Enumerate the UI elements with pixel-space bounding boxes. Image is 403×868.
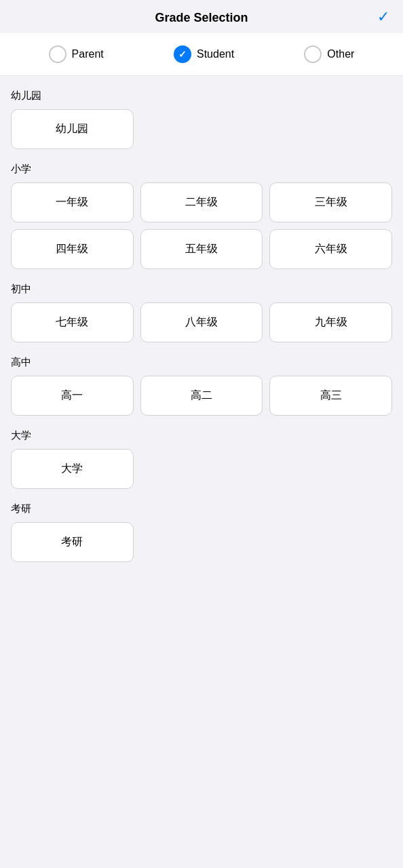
section-postgrad: 考研考研 — [11, 502, 392, 562]
grade-grid-kindergarten: 幼儿园 — [11, 109, 392, 149]
section-middle: 初中七年级八年级九年级 — [11, 283, 392, 342]
page-title: Grade Selection — [155, 11, 248, 25]
grade-button-高三[interactable]: 高三 — [269, 376, 392, 416]
section-high: 高中高一高二高三 — [11, 356, 392, 416]
section-title-high: 高中 — [11, 356, 392, 369]
section-kindergarten: 幼儿园幼儿园 — [11, 90, 392, 149]
grade-button-三年级[interactable]: 三年级 — [269, 182, 392, 222]
grade-button-一年级[interactable]: 一年级 — [11, 182, 134, 222]
grade-grid-middle: 七年级八年级九年级 — [11, 302, 392, 342]
role-parent-label: Parent — [72, 48, 104, 60]
grade-button-四年级[interactable]: 四年级 — [11, 229, 134, 269]
section-university: 大学大学 — [11, 429, 392, 489]
bottom-area — [0, 589, 403, 793]
grade-button-七年级[interactable]: 七年级 — [11, 302, 134, 342]
role-student[interactable]: Student — [174, 45, 234, 63]
section-primary: 小学一年级二年级三年级四年级五年级六年级 — [11, 163, 392, 269]
grade-button-五年级[interactable]: 五年级 — [140, 229, 263, 269]
radio-other[interactable] — [304, 45, 322, 63]
role-selector: Parent Student Other — [0, 33, 403, 76]
header: Grade Selection ✓ — [0, 0, 403, 33]
role-parent[interactable]: Parent — [49, 45, 104, 63]
confirm-button[interactable]: ✓ — [377, 8, 389, 26]
role-other-label: Other — [327, 48, 354, 60]
section-title-kindergarten: 幼儿园 — [11, 90, 392, 102]
grade-button-幼儿园[interactable]: 幼儿园 — [11, 109, 134, 149]
grade-button-六年级[interactable]: 六年级 — [269, 229, 392, 269]
role-other[interactable]: Other — [304, 45, 354, 63]
radio-student[interactable] — [174, 45, 191, 63]
section-title-university: 大学 — [11, 429, 392, 442]
content-area: 幼儿园幼儿园小学一年级二年级三年级四年级五年级六年级初中七年级八年级九年级高中高… — [0, 76, 403, 589]
section-title-postgrad: 考研 — [11, 502, 392, 515]
grade-grid-primary: 一年级二年级三年级四年级五年级六年级 — [11, 182, 392, 269]
grade-button-高一[interactable]: 高一 — [11, 376, 134, 416]
role-student-label: Student — [197, 48, 234, 60]
grade-button-大学[interactable]: 大学 — [11, 449, 134, 489]
grade-button-考研[interactable]: 考研 — [11, 522, 134, 562]
grade-grid-university: 大学 — [11, 449, 392, 489]
grade-grid-high: 高一高二高三 — [11, 376, 392, 416]
radio-parent[interactable] — [49, 45, 66, 63]
grade-button-八年级[interactable]: 八年级 — [140, 302, 263, 342]
grade-button-二年级[interactable]: 二年级 — [140, 182, 263, 222]
grade-grid-postgrad: 考研 — [11, 522, 392, 562]
grade-button-九年级[interactable]: 九年级 — [269, 302, 392, 342]
grade-button-高二[interactable]: 高二 — [140, 376, 263, 416]
section-title-middle: 初中 — [11, 283, 392, 296]
section-title-primary: 小学 — [11, 163, 392, 176]
